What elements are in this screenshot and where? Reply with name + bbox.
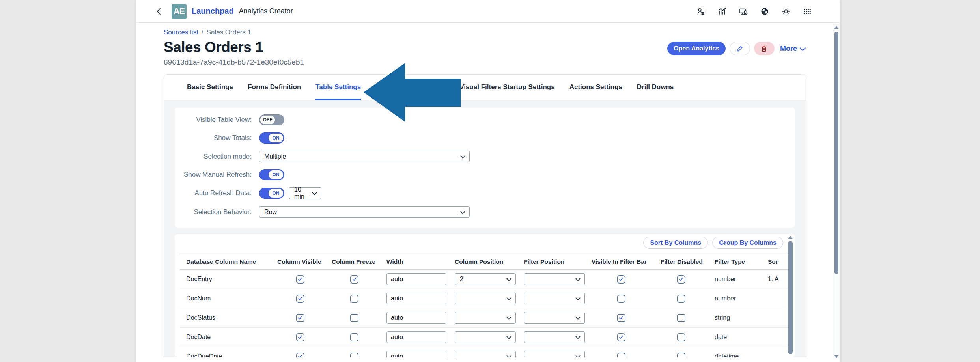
column-freeze-checkbox[interactable] bbox=[350, 353, 358, 358]
width-input[interactable] bbox=[386, 351, 446, 357]
visible-in-filter-bar-checkbox[interactable] bbox=[617, 333, 625, 341]
chevron-down-icon bbox=[800, 45, 806, 51]
filter-disabled-checkbox[interactable] bbox=[677, 314, 685, 322]
tab-forms-definition[interactable]: Forms Definition bbox=[248, 75, 301, 100]
filter-position-select[interactable] bbox=[524, 293, 585, 304]
visible-in-filter-bar-checkbox[interactable] bbox=[617, 275, 625, 284]
table-row: DocNum number bbox=[179, 289, 789, 308]
visible-in-filter-bar-checkbox[interactable] bbox=[617, 314, 625, 322]
visible-in-filter-bar-checkbox[interactable] bbox=[617, 295, 625, 303]
chevron-down-icon bbox=[506, 276, 511, 281]
filter-position-select[interactable] bbox=[524, 312, 585, 324]
column-position-select[interactable] bbox=[455, 351, 516, 357]
auto-refresh-data-toggle[interactable]: ON bbox=[259, 188, 284, 199]
tab-drill-downs[interactable]: Drill Downs bbox=[637, 75, 674, 100]
pencil-icon bbox=[736, 45, 743, 52]
filter-disabled-checkbox[interactable] bbox=[677, 353, 685, 358]
columns-table: Database Column Name Column Visible Colu… bbox=[179, 254, 789, 357]
header-column-freeze: Column Freeze bbox=[330, 258, 379, 265]
chevron-down-icon bbox=[506, 353, 511, 357]
selection-mode-select[interactable]: Multiple bbox=[259, 151, 470, 162]
filter-disabled-checkbox[interactable] bbox=[677, 295, 685, 303]
chevron-down-icon bbox=[506, 315, 511, 320]
sort-by-columns-button[interactable]: Sort By Columns bbox=[643, 237, 708, 249]
chevron-down-icon bbox=[575, 276, 581, 281]
column-position-select[interactable] bbox=[455, 331, 516, 343]
column-visible-checkbox[interactable] bbox=[296, 353, 304, 358]
browser-scrollbar[interactable] bbox=[833, 23, 840, 359]
tab-actions-settings[interactable]: Actions Settings bbox=[569, 75, 622, 100]
scroll-up-arrow[interactable] bbox=[834, 26, 839, 29]
column-position-select[interactable] bbox=[455, 293, 516, 304]
show-totals-toggle[interactable]: ON bbox=[259, 132, 284, 144]
user-settings-icon[interactable] bbox=[696, 6, 706, 17]
appearance-theme-icon[interactable] bbox=[781, 6, 791, 17]
breadcrumb-separator: / bbox=[202, 28, 203, 36]
table-header-row: Database Column Name Column Visible Colu… bbox=[179, 254, 789, 270]
table-scrollbar-thumb[interactable] bbox=[788, 241, 793, 354]
auto-refresh-interval-select[interactable]: 10 min bbox=[289, 187, 321, 199]
db-column-name: DocStatus bbox=[179, 314, 270, 321]
filter-disabled-checkbox[interactable] bbox=[677, 333, 685, 341]
back-chevron-icon bbox=[157, 8, 164, 15]
obscured-tab-area[interactable] bbox=[375, 75, 445, 100]
column-visible-checkbox[interactable] bbox=[296, 314, 304, 322]
browser-viewport: AE Launchpad Analytics Creator bbox=[136, 0, 840, 362]
width-input[interactable] bbox=[386, 273, 446, 285]
tab-visual-filters-startup-settings[interactable]: Visual Filters Startup Settings bbox=[459, 75, 555, 100]
app-logo[interactable]: AE bbox=[172, 4, 187, 19]
group-by-columns-button[interactable]: Group By Columns bbox=[712, 237, 783, 249]
selection-behavior-label: Selection Behavior: bbox=[175, 208, 252, 216]
globe-icon[interactable] bbox=[760, 6, 770, 17]
settings-tabbar: Basic Settings Forms Definition Table Se… bbox=[164, 75, 806, 101]
visible-in-filter-bar-checkbox[interactable] bbox=[617, 353, 625, 358]
delete-button[interactable] bbox=[754, 42, 775, 55]
column-position-select[interactable]: 2 bbox=[455, 273, 516, 285]
filter-position-select[interactable] bbox=[524, 273, 585, 285]
column-visible-checkbox[interactable] bbox=[296, 275, 304, 284]
column-freeze-checkbox[interactable] bbox=[350, 333, 358, 341]
open-analytics-button[interactable]: Open Analytics bbox=[667, 42, 726, 55]
brand-name: Launchpad bbox=[192, 7, 234, 16]
scroll-down-arrow[interactable] bbox=[834, 355, 839, 358]
show-manual-refresh-toggle[interactable]: ON bbox=[259, 169, 284, 180]
header-width: Width bbox=[379, 258, 452, 265]
column-freeze-checkbox[interactable] bbox=[350, 275, 358, 284]
devices-icon[interactable] bbox=[738, 6, 749, 17]
sort-value: 1. A bbox=[763, 276, 787, 283]
tab-basic-settings[interactable]: Basic Settings bbox=[187, 75, 233, 100]
column-freeze-checkbox[interactable] bbox=[350, 295, 358, 303]
tab-table-settings[interactable]: Table Settings bbox=[315, 75, 361, 100]
filter-position-select[interactable] bbox=[524, 331, 585, 343]
app-switcher-icon[interactable] bbox=[802, 6, 812, 17]
header-filter-position: Filter Position bbox=[521, 258, 589, 265]
filter-disabled-checkbox[interactable] bbox=[677, 275, 685, 284]
table-scrollbar[interactable] bbox=[788, 236, 793, 354]
width-input[interactable] bbox=[386, 312, 446, 324]
more-button[interactable]: More bbox=[778, 45, 806, 53]
db-column-name: DocDueDate bbox=[179, 353, 270, 357]
back-button[interactable] bbox=[155, 6, 165, 17]
table-row: DocDueDate datetime bbox=[179, 347, 789, 357]
analytics-chart-icon[interactable] bbox=[717, 6, 727, 17]
filter-position-select[interactable] bbox=[524, 351, 585, 357]
width-input[interactable] bbox=[386, 331, 446, 343]
browser-scrollbar-thumb[interactable] bbox=[834, 32, 838, 274]
scroll-up-arrow[interactable] bbox=[788, 236, 793, 239]
visible-table-view-toggle[interactable]: OFF bbox=[259, 114, 284, 125]
column-freeze-checkbox[interactable] bbox=[350, 314, 358, 322]
column-visible-checkbox[interactable] bbox=[296, 295, 304, 303]
breadcrumb: Sources list / Sales Orders 1 bbox=[164, 28, 806, 36]
header-database-column-name: Database Column Name bbox=[179, 258, 270, 265]
filter-type-value: number bbox=[709, 276, 763, 283]
edit-button[interactable] bbox=[730, 42, 750, 55]
width-input[interactable] bbox=[386, 293, 446, 304]
selection-behavior-select[interactable]: Row bbox=[259, 206, 470, 218]
column-visible-checkbox[interactable] bbox=[296, 333, 304, 341]
breadcrumb-link-sources-list[interactable]: Sources list bbox=[164, 28, 198, 36]
filter-type-value: number bbox=[709, 295, 763, 302]
page-actions: Open Analytics More bbox=[667, 42, 806, 55]
chevron-down-icon bbox=[575, 334, 581, 339]
db-column-name: DocEntry bbox=[179, 276, 270, 283]
column-position-select[interactable] bbox=[455, 312, 516, 324]
